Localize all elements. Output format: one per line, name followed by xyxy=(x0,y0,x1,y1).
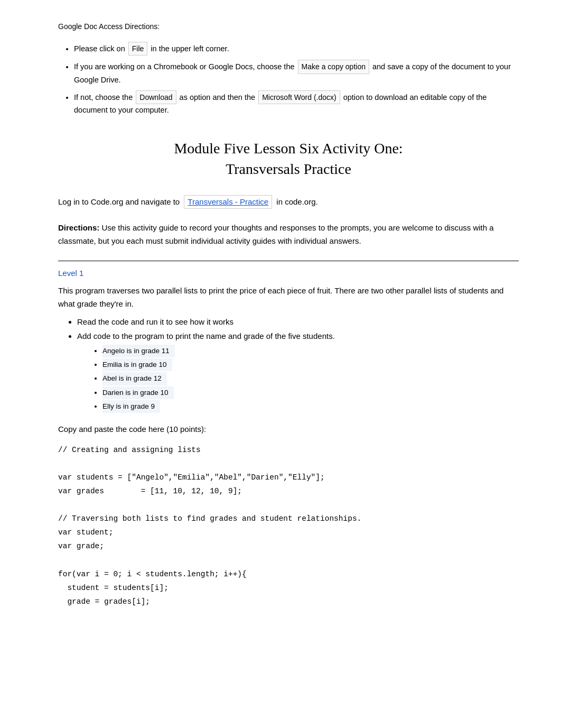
level1-heading: Level 1 xyxy=(58,268,519,280)
transversals-link[interactable]: Transversals - Practice xyxy=(184,195,272,209)
navigate-line: Log in to Code.org and navigate to Trans… xyxy=(58,195,519,209)
section-divider xyxy=(58,261,519,261)
task-1: Read the code and run it to see how it w… xyxy=(77,316,519,328)
student-1-text: Angelo is in grade 11 xyxy=(102,345,175,357)
file-highlight: File xyxy=(128,42,148,56)
student-item-2: Emilia is in grade 10 xyxy=(102,358,519,371)
student-item-4: Darien is in grade 10 xyxy=(102,386,519,399)
tasks-list: Read the code and run it to see how it w… xyxy=(58,316,519,413)
instruction-3-before: If not, choose the xyxy=(74,93,135,102)
directions-label: Directions: xyxy=(58,223,99,232)
student-item-3: Abel is in grade 12 xyxy=(102,372,519,385)
task-2-text: Add code to the program to print the nam… xyxy=(77,331,335,340)
task-2: Add code to the program to print the nam… xyxy=(77,330,519,413)
download-highlight: Download xyxy=(136,90,176,104)
code-block[interactable]: // Creating and assigning lists var stud… xyxy=(58,443,519,609)
module-title: Module Five Lesson Six Activity One: Tra… xyxy=(58,138,519,179)
instruction-1-after: in the upper left corner. xyxy=(151,44,229,53)
make-copy-highlight: Make a copy option xyxy=(298,60,369,73)
word-highlight: Microsoft Word (.docx) xyxy=(258,90,340,104)
header-title: Google Doc Access Directions: xyxy=(58,22,160,31)
navigate-before: Log in to Code.org and navigate to xyxy=(58,197,180,206)
task-1-text: Read the code and run it to see how it w… xyxy=(77,317,233,326)
instruction-item-3: If not, choose the Download as option an… xyxy=(74,90,519,117)
student-item-1: Angelo is in grade 11 xyxy=(102,345,519,357)
student-5-text: Elly is in grade 9 xyxy=(102,400,160,413)
instruction-item-1: Please click on File in the upper left c… xyxy=(74,42,519,56)
page-header: Google Doc Access Directions: xyxy=(58,21,519,32)
module-title-heading: Module Five Lesson Six Activity One: Tra… xyxy=(58,138,519,179)
module-title-line2: Transversals Practice xyxy=(226,161,351,177)
instructions-list: Please click on File in the upper left c… xyxy=(58,42,519,117)
navigate-after: in code.org. xyxy=(276,197,317,206)
module-title-line1: Module Five Lesson Six Activity One: xyxy=(174,140,403,156)
student-3-text: Abel is in grade 12 xyxy=(102,372,167,385)
instruction-1-before: Please click on xyxy=(74,44,127,53)
student-4-text: Darien is in grade 10 xyxy=(102,386,174,399)
instruction-2-before: If you are working on a Chromebook or Go… xyxy=(74,62,297,71)
directions-text: Use this activity guide to record your t… xyxy=(58,223,494,245)
student-2-text: Emilia is in grade 10 xyxy=(102,358,172,371)
copy-paste-label: Copy and paste the code here (10 points)… xyxy=(58,423,519,436)
level1-description: This program traverses two parallel list… xyxy=(58,284,519,311)
directions-block: Directions: Use this activity guide to r… xyxy=(58,222,519,248)
instruction-3-middle: as option and then the xyxy=(180,93,258,102)
code-section: Copy and paste the code here (10 points)… xyxy=(58,423,519,609)
instruction-item-2: If you are working on a Chromebook or Go… xyxy=(74,60,519,86)
student-item-5: Elly is in grade 9 xyxy=(102,400,519,413)
students-list: Angelo is in grade 11 Emilia is in grade… xyxy=(77,345,519,413)
